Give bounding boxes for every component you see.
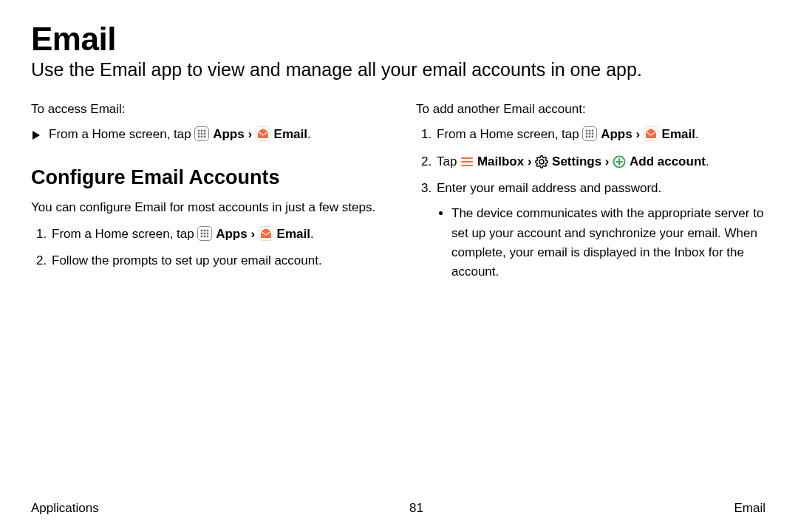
svg-point-31 [589,136,591,138]
text-fragment: . [706,154,709,168]
apps-grid-icon [582,126,597,141]
email-label: Email [277,227,310,241]
email-label: Email [274,127,307,141]
footer-right: Email [734,501,765,516]
add-account-steps: From a Home screen, tap Apps › [416,125,767,282]
email-envelope-icon [644,126,658,141]
configure-paragraph: You can configure Email for most account… [31,198,382,217]
apps-grid-icon [197,226,212,241]
svg-point-24 [586,130,588,132]
svg-point-27 [586,133,588,135]
apps-label: Apps [213,127,245,141]
list-item: From a Home screen, tap Apps › [435,125,767,144]
chevron-icon: › [605,154,610,168]
svg-point-16 [201,232,203,234]
svg-point-13 [201,229,203,231]
access-step: From a Home screen, tap Apps › [31,125,382,144]
svg-marker-0 [33,131,40,140]
access-intro: To access Email: [31,100,382,119]
text-fragment: From a Home screen, tap [437,127,582,141]
add-account-label: Add account [630,154,706,168]
access-step-text: From a Home screen, tap Apps › [49,125,311,144]
svg-point-8 [198,136,200,138]
svg-point-5 [198,133,200,135]
sub-bullets: The device communicates with the appropr… [437,204,767,282]
apps-label: Apps [601,127,632,141]
email-label: Email [662,127,695,141]
footer-page-number: 81 [409,501,423,516]
apps-label: Apps [216,227,248,241]
svg-point-20 [204,235,206,237]
svg-point-10 [204,136,206,138]
plus-circle-icon [613,155,626,168]
configure-heading: Configure Email Accounts [31,163,382,194]
play-triangle-icon [31,130,41,140]
left-column: To access Email: From a Home screen, tap [31,100,382,290]
svg-point-28 [589,133,591,135]
svg-point-29 [592,133,594,135]
svg-point-2 [198,130,200,132]
settings-label: Settings [552,154,601,168]
mailbox-label: Mailbox [477,154,524,168]
content-columns: To access Email: From a Home screen, tap [31,100,767,290]
page-footer: Applications 81 Email [31,501,765,516]
list-item: Tap Mailbox › [435,152,767,171]
list-item: From a Home screen, tap Apps › [50,225,382,244]
svg-point-6 [201,133,203,135]
svg-point-26 [592,130,594,132]
svg-point-32 [592,136,594,138]
svg-point-9 [201,136,203,138]
text-fragment: Enter your email address and password. [437,181,661,195]
text-fragment: . [695,127,699,141]
email-envelope-icon [259,226,273,241]
manual-page: Email Use the Email app to view and mana… [0,0,798,532]
svg-point-14 [204,229,206,231]
email-envelope-icon [256,126,270,141]
apps-grid-icon [194,126,209,141]
text-fragment: . [307,127,311,141]
text-fragment: From a Home screen, tap [52,227,197,241]
page-subtitle: Use the Email app to view and manage all… [31,59,767,81]
list-item: Enter your email address and password. T… [435,179,767,282]
page-title: Email [31,21,767,58]
svg-point-21 [207,235,209,237]
svg-point-18 [207,232,209,234]
text-fragment: . [310,227,314,241]
chevron-icon: › [250,227,255,241]
configure-steps: From a Home screen, tap Apps › [31,225,382,271]
text-fragment: From a Home screen, tap [49,127,194,141]
svg-point-3 [201,130,203,132]
svg-point-7 [204,133,206,135]
list-item: Follow the prompts to set up your email … [50,251,382,270]
add-intro: To add another Email account: [416,100,767,119]
svg-point-4 [204,130,206,132]
footer-left: Applications [31,501,99,516]
chevron-icon: › [248,127,252,141]
svg-point-30 [586,136,588,138]
right-column: To add another Email account: From a Hom… [416,100,767,290]
svg-point-19 [201,235,203,237]
gear-icon [535,155,548,168]
hamburger-menu-icon [460,155,474,168]
chevron-icon: › [528,154,532,168]
chevron-icon: › [635,127,640,141]
svg-point-17 [204,232,206,234]
text-fragment: Tap [437,154,460,168]
list-item: The device communicates with the appropr… [451,204,767,282]
svg-point-25 [589,130,591,132]
svg-point-15 [207,229,209,231]
